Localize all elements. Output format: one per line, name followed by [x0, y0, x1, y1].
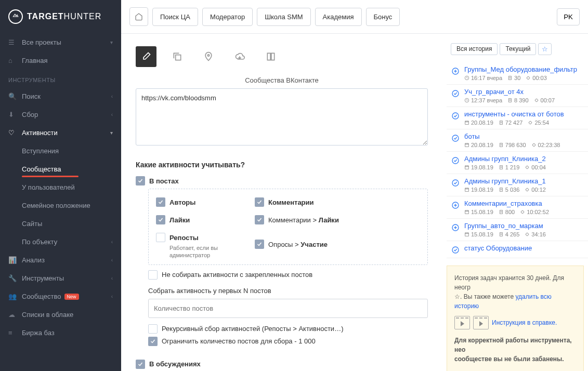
history-item-title[interactable]: Админы групп_Клиника_1	[464, 177, 584, 185]
tab-search-ca[interactable]: Поиск ЦА	[152, 8, 198, 26]
check-circle-icon	[451, 111, 460, 121]
nav-label: Биржа баз	[22, 329, 55, 337]
book-icon[interactable]	[260, 46, 281, 67]
chevron-left-icon: ‹	[111, 294, 113, 299]
badge-new: New	[64, 294, 79, 300]
history-item-title[interactable]: Уч_гр_врачи_от 4х	[464, 88, 584, 96]
nav-base-market[interactable]: ≡ Биржа баз	[0, 324, 121, 342]
history-star-filter[interactable]: ☆	[538, 43, 552, 55]
nav-cloud-lists[interactable]: ☁ Списки в облаке	[0, 306, 121, 324]
recursive-label: Рекурсивный сбор активностей (Репосты > …	[162, 325, 343, 333]
checkbox-limit-1000[interactable]	[148, 337, 158, 346]
info-bold: сообществе вы не были забанены.	[454, 355, 564, 363]
history-item-title[interactable]: инструменты - очистка от ботов	[464, 110, 584, 118]
edit-icon[interactable]	[136, 46, 156, 67]
history-tab-all[interactable]: Вся история	[451, 43, 498, 55]
history-item[interactable]: инструменты - очистка от ботов20.08.1972…	[447, 107, 588, 129]
history-item-meta: 15.08.194 26534:16	[464, 231, 584, 237]
info-text: . Вы также можете	[460, 293, 515, 300]
location-icon[interactable]	[198, 46, 219, 67]
nav-label: Семейное положение	[22, 202, 90, 209]
history-tab-current[interactable]: Текущий	[500, 43, 536, 55]
history-item-title[interactable]: статус Оборудование	[464, 244, 584, 252]
nav-label: Сайты	[22, 220, 42, 228]
checkbox-reposts[interactable]	[156, 233, 165, 242]
svg-rect-19	[465, 166, 469, 169]
video-icon[interactable]	[454, 316, 470, 329]
history-item[interactable]: Группы_авто_по_маркам15.08.194 26534:16	[447, 219, 588, 241]
topbar: Поиск ЦА Модератор Школа SMM Академия Бо…	[121, 0, 588, 34]
user-menu[interactable]: PK	[557, 8, 580, 25]
nav-activities[interactable]: ♡ Активности ▾	[0, 124, 121, 142]
history-item-title[interactable]: Группы_авто_по_маркам	[464, 222, 584, 230]
cloud-download-icon[interactable]	[229, 46, 250, 67]
svg-point-33	[526, 233, 529, 236]
nav-label: Сбор	[22, 111, 38, 118]
tab-bonus[interactable]: Бонус	[366, 8, 400, 26]
history-panel: Вся история Текущий ☆ Группы_Мед оборудо…	[442, 34, 588, 371]
home-button[interactable]	[129, 7, 148, 26]
tab-school-smm[interactable]: Школа SMM	[257, 8, 310, 26]
checkbox-in-posts[interactable]	[136, 176, 145, 186]
checkbox-in-discussions[interactable]	[136, 360, 145, 369]
checkbox-recursive[interactable]	[148, 324, 158, 334]
comments-likes-label: Комментарии > Лайки	[268, 216, 339, 224]
tab-academy[interactable]: Академия	[315, 8, 362, 26]
svg-point-17	[532, 144, 535, 147]
history-item[interactable]: боты20.08.19798 63002:23:38	[447, 129, 588, 152]
checkbox-no-pinned[interactable]	[148, 270, 158, 280]
limit-1000-label: Ограничить количество постов для сбора -…	[162, 337, 316, 345]
svg-point-1	[207, 55, 209, 56]
instruction-link[interactable]: Инструкция в справке.	[492, 318, 557, 327]
nav-tools[interactable]: 🔧 Инструменты ‹	[0, 269, 121, 287]
activities-question: Какие активности учитывать?	[136, 161, 428, 169]
users-icon: 👥	[8, 293, 17, 300]
history-item-meta: 16:17 вчера3000:03	[464, 75, 584, 81]
check-circle-icon	[451, 156, 460, 165]
polls-label: Опросы > Участие	[268, 241, 328, 248]
communities-input[interactable]	[136, 88, 428, 145]
history-item[interactable]: Уч_гр_врачи_от 4х12:37 вчера8 39000:07	[447, 85, 588, 107]
nav-sub-marital[interactable]: Семейное положение	[0, 196, 121, 215]
nav-label: Сообщество	[22, 293, 61, 300]
history-item[interactable]: Комментарии_страховка15.08.1980010:02:52	[447, 196, 588, 219]
video-icon[interactable]	[473, 316, 489, 329]
logo[interactable]: TARGETHUNTER	[0, 0, 121, 33]
qty-input[interactable]	[148, 299, 428, 318]
history-item-title[interactable]: Комментарии_страховка	[464, 200, 584, 207]
checkbox-authors[interactable]	[156, 197, 165, 207]
nav-sub-entries[interactable]: Вступления	[0, 142, 121, 160]
nav-search[interactable]: 🔍 Поиск ‹	[0, 87, 121, 105]
history-item-title[interactable]: Админы групп_Клиника_2	[464, 155, 584, 163]
nav-all-projects[interactable]: ☰ Все проекты ▾	[0, 33, 121, 51]
first-n-label: Собрать активность у первых N постов	[148, 287, 428, 295]
checkbox-likes[interactable]	[156, 215, 165, 224]
nav-collect[interactable]: ⬇ Сбор ‹	[0, 105, 121, 124]
home-icon: ⌂	[8, 57, 17, 64]
history-item[interactable]: Админы групп_Клиника_119.08.195 03600:12	[447, 174, 588, 196]
chevron-down-icon: ▾	[110, 39, 113, 45]
history-item[interactable]: статус Оборудование	[447, 241, 588, 258]
nav-analysis[interactable]: 📊 Анализ ‹	[0, 251, 121, 269]
nav-label: По объекту	[22, 238, 57, 246]
tab-moderator[interactable]: Модератор	[202, 8, 253, 26]
nav-sub-byobject[interactable]: По объекту‹	[0, 233, 121, 251]
history-item-title[interactable]: Группы_Мед оборудование_фильтр	[464, 65, 584, 73]
copy-icon[interactable]	[167, 46, 188, 67]
chart-icon: 📊	[8, 256, 17, 264]
star-icon: ☆	[454, 293, 460, 300]
nav-sub-users[interactable]: У пользователей	[0, 178, 121, 196]
chevron-left-icon: ‹	[111, 94, 113, 99]
nav-community[interactable]: 👥 Сообщество New ‹	[0, 287, 121, 306]
checkbox-comments-likes[interactable]	[255, 215, 264, 224]
history-item[interactable]: Группы_Мед оборудование_фильтр16:17 вчер…	[447, 62, 588, 85]
nav-label: Анализ	[22, 256, 45, 264]
download-icon: ⬇	[8, 111, 17, 118]
nav-sub-communities[interactable]: Сообщества	[0, 160, 121, 178]
history-item-title[interactable]: боты	[464, 132, 584, 140]
checkbox-polls[interactable]	[255, 240, 264, 249]
checkbox-comments[interactable]	[255, 197, 264, 207]
nav-sub-sites[interactable]: Сайты	[0, 215, 121, 233]
history-item[interactable]: Админы групп_Клиника_219.08.191 21900:04	[447, 152, 588, 174]
nav-home[interactable]: ⌂ Главная	[0, 51, 121, 70]
